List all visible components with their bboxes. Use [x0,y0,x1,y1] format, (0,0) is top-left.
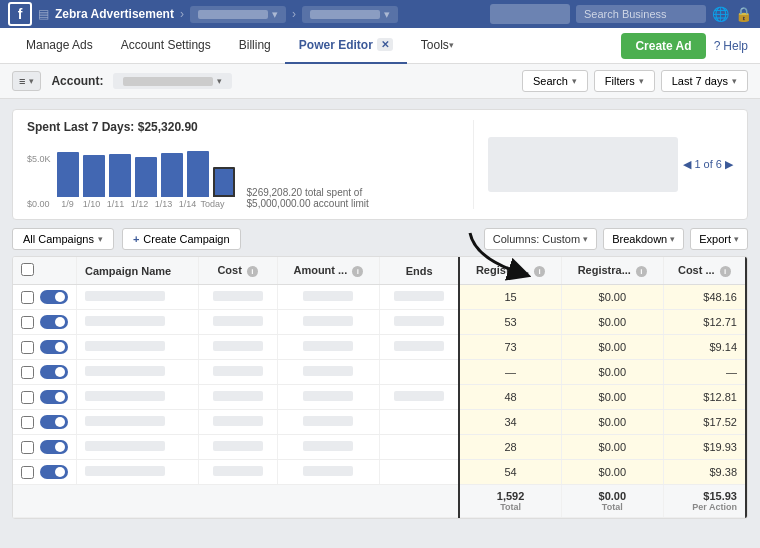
power-editor-badge[interactable]: ✕ [377,38,393,51]
filters-button[interactable]: Filters ▾ [594,70,655,92]
footer-cost2: $15.93 Per Action [663,485,746,518]
y-label-top: $5.0K [27,154,51,164]
row-3-amount [277,335,379,360]
row-6-ends [380,410,460,435]
x-label-3: 1/11 [105,199,127,209]
table-row: 48 $0.00 $12.81 [13,385,746,410]
subnav-manage-ads[interactable]: Manage Ads [12,28,107,64]
help-button[interactable]: ? Help [714,39,748,53]
table-row: 15 $0.00 $48.16 [13,285,746,310]
row-6-toggle[interactable] [40,415,68,429]
campaigns-table-container: Campaign Name Cost i Amount ... i Ends [12,256,748,519]
row-6-reg1: 34 [459,410,561,435]
account-bar: ≡ ▾ Account: ▾ Search ▾ Filters ▾ Last 7… [0,64,760,99]
y-label-bottom: $0.00 [27,199,51,209]
tools-dropdown-icon: ▾ [449,40,454,50]
row-1-name [77,285,199,310]
th-campaign-name: Campaign Name [77,257,199,285]
create-ad-button[interactable]: Create Ad [621,33,705,59]
row-7-checkbox[interactable] [21,441,34,454]
row-7-reg1: 28 [459,435,561,460]
account-value[interactable]: ▾ [113,73,232,89]
row-7-toggle[interactable] [40,440,68,454]
row-checkbox-3 [13,335,77,360]
row-1-reg1: 15 [459,285,561,310]
all-campaigns-caret: ▾ [98,234,103,244]
row-4-amount [277,360,379,385]
row-checkbox-1 [13,285,77,310]
row-8-checkbox[interactable] [21,466,34,479]
bar-2 [83,155,105,197]
top-navigation: f ▤ Zebra Advertisement › ▾ › ▾ 🌐 🔒 [0,0,760,28]
stats-left: Spent Last 7 Days: $25,320.90 $5.0K $0.0… [27,120,453,209]
bar-6 [187,151,209,197]
lock-icon: 🔒 [735,6,752,22]
row-4-checkbox[interactable] [21,366,34,379]
create-campaign-button[interactable]: + Create Campaign [122,228,241,250]
row-2-cost2: $12.71 [663,310,746,335]
breakdown-button[interactable]: Breakdown ▾ [603,228,684,250]
row-6-checkbox[interactable] [21,416,34,429]
x-label-1: 1/9 [57,199,79,209]
table-row: — $0.00 — [13,360,746,385]
cost2-info-icon[interactable]: i [720,266,731,277]
row-8-toggle[interactable] [40,465,68,479]
x-label-5: 1/13 [153,199,175,209]
row-5-checkbox[interactable] [21,391,34,404]
row-3-toggle[interactable] [40,340,68,354]
th-checkbox [13,257,77,285]
stats-card: Spent Last 7 Days: $25,320.90 $5.0K $0.0… [12,109,748,220]
columns-button[interactable]: Columns: Custom ▾ [484,228,597,250]
nav-breadcrumb-2[interactable]: ▾ [302,6,398,23]
row-checkbox-6 [13,410,77,435]
row-2-toggle[interactable] [40,315,68,329]
search-business-input[interactable] [576,5,706,23]
footer-empty [13,485,459,518]
row-5-amount [277,385,379,410]
table-footer: 1,592 Total $0.00 Total $15.93 Per Actio… [13,485,746,518]
subnav-power-editor[interactable]: Power Editor ✕ [285,28,407,64]
app-name: Zebra Advertisement [55,7,174,21]
nav-breadcrumb-1[interactable]: ▾ [190,6,286,23]
row-5-cost [198,385,277,410]
subnav-tools[interactable]: Tools ▾ [407,28,468,64]
account-selector-icon[interactable]: ≡ ▾ [12,71,41,91]
row-2-checkbox[interactable] [21,316,34,329]
search-button[interactable]: Search ▾ [522,70,588,92]
row-5-reg2: $0.00 [561,385,663,410]
selector-caret: ▾ [29,76,34,86]
row-1-reg2: $0.00 [561,285,663,310]
row-7-name [77,435,199,460]
th-cost: Cost i [198,257,277,285]
row-7-ends [380,435,460,460]
row-5-toggle[interactable] [40,390,68,404]
row-1-checkbox[interactable] [21,291,34,304]
row-checkbox-8 [13,460,77,485]
stats-nav[interactable]: ◀ 1 of 6 ▶ [683,158,733,171]
toolbar-right-controls: Columns: Custom ▾ Breakdown ▾ Export ▾ [484,228,748,250]
row-3-cost [198,335,277,360]
top-nav-right: 🌐 🔒 [490,4,752,24]
subnav-billing[interactable]: Billing [225,28,285,64]
subnav-account-settings[interactable]: Account Settings [107,28,225,64]
reg2-info-icon[interactable]: i [636,266,647,277]
all-campaigns-button[interactable]: All Campaigns ▾ [12,228,114,250]
create-campaign-plus-icon: + [133,233,139,245]
row-5-reg1: 48 [459,385,561,410]
cost-info-icon[interactable]: i [247,266,258,277]
export-button[interactable]: Export ▾ [690,228,748,250]
row-8-name [77,460,199,485]
reg1-info-icon[interactable]: i [534,266,545,277]
row-4-toggle[interactable] [40,365,68,379]
main-content: Spent Last 7 Days: $25,320.90 $5.0K $0.0… [0,99,760,529]
sub-navigation: Manage Ads Account Settings Billing Powe… [0,28,760,64]
select-all-checkbox[interactable] [21,263,34,276]
filters-caret: ▾ [639,76,644,86]
date-range-button[interactable]: Last 7 days ▾ [661,70,748,92]
row-3-checkbox[interactable] [21,341,34,354]
export-caret: ▾ [734,234,739,244]
bar-5 [161,153,183,197]
table-row: 34 $0.00 $17.52 [13,410,746,435]
row-1-toggle[interactable] [40,290,68,304]
amount-info-icon[interactable]: i [352,266,363,277]
